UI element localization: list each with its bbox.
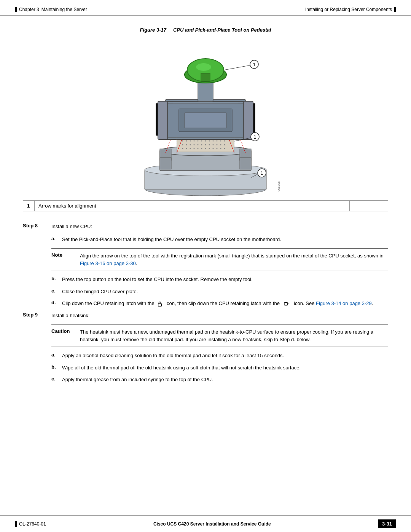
table-cell-empty bbox=[350, 201, 388, 211]
footer-center: Cisco UCS C420 Server Installation and S… bbox=[153, 521, 271, 527]
note-box: Note Align the arrow on the top of the t… bbox=[51, 248, 388, 270]
section-title: Installing or Replacing Server Component… bbox=[305, 7, 392, 12]
svg-point-19 bbox=[217, 141, 218, 142]
note-text: Align the arrow on the top of the tool w… bbox=[80, 253, 384, 259]
step8b-label: b. bbox=[51, 276, 58, 283]
step8-content: Install a new CPU: bbox=[51, 223, 388, 230]
step8d-content: Clip down the CPU retaining latch with t… bbox=[62, 300, 388, 307]
plug-icon bbox=[283, 301, 291, 307]
svg-point-26 bbox=[198, 144, 199, 145]
step9a-item: a. Apply an alcohol-based cleaning solut… bbox=[51, 352, 388, 359]
svg-text:1: 1 bbox=[261, 171, 263, 176]
svg-point-30 bbox=[213, 144, 214, 145]
step9b-item: b. Wipe all of the old thermal pad off t… bbox=[51, 364, 388, 372]
note-label: Note bbox=[51, 252, 72, 258]
step8d-row: d. Clip down the CPU retaining latch wit… bbox=[51, 300, 388, 307]
figure-container: 1 1 1 333396 bbox=[23, 40, 388, 200]
svg-point-12 bbox=[190, 141, 191, 142]
step9-intro: Install a heatsink: bbox=[51, 312, 388, 320]
caution-label: Caution bbox=[51, 328, 72, 334]
svg-point-34 bbox=[182, 148, 183, 149]
svg-point-14 bbox=[198, 141, 199, 142]
header-bar-right bbox=[394, 7, 396, 12]
step8d-link[interactable]: Figure 3-14 on page 3-29 bbox=[316, 300, 372, 306]
header-bar-left bbox=[15, 7, 17, 12]
svg-point-22 bbox=[182, 144, 183, 145]
note-content: Align the arrow on the top of the tool w… bbox=[80, 252, 388, 267]
step9c-item: c. Apply thermal grease from an included… bbox=[51, 376, 388, 383]
step8a-row: a. Set the Pick-and-Place tool that is h… bbox=[51, 236, 388, 243]
svg-point-63 bbox=[196, 63, 211, 71]
step8c-content: Close the hinged CPU cover plate. bbox=[62, 288, 388, 296]
svg-point-11 bbox=[186, 141, 187, 142]
step9c-row: c. Apply thermal grease from an included… bbox=[51, 376, 388, 383]
svg-point-23 bbox=[186, 144, 187, 145]
step8d-text-before: Clip down the CPU retaining latch with t… bbox=[62, 300, 155, 306]
step8d-text-after: icon. See bbox=[294, 300, 316, 306]
table-cell-text: Arrow marks for alignment bbox=[35, 201, 350, 211]
step8b-row: b. Press the top button on the tool to s… bbox=[51, 276, 388, 283]
step9a-label: a. bbox=[51, 352, 58, 359]
chapter-label: Chapter 3 bbox=[19, 7, 39, 12]
note-container: Note Align the arrow on the top of the t… bbox=[51, 248, 388, 270]
svg-point-21 bbox=[224, 141, 225, 142]
step9-content: Install a heatsink: bbox=[51, 312, 388, 320]
caution-box: Caution The heatsink must have a new, un… bbox=[51, 324, 388, 347]
doc-number: OL-27640-01 bbox=[19, 521, 46, 527]
guide-title: Cisco UCS C420 Server Installation and S… bbox=[153, 521, 271, 527]
step9a-row: a. Apply an alcohol-based cleaning solut… bbox=[51, 352, 388, 359]
svg-point-18 bbox=[213, 141, 214, 142]
svg-rect-77 bbox=[158, 304, 162, 306]
svg-point-16 bbox=[205, 141, 206, 142]
svg-point-28 bbox=[205, 144, 206, 145]
svg-line-65 bbox=[224, 65, 251, 70]
table-row: 1 Arrow marks for alignment bbox=[23, 201, 388, 211]
svg-point-20 bbox=[220, 141, 221, 142]
svg-text:1: 1 bbox=[253, 62, 256, 67]
svg-point-33 bbox=[224, 144, 225, 145]
step9b-content: Wipe all of the old thermal pad off the … bbox=[62, 364, 388, 372]
footer-bar bbox=[15, 521, 17, 527]
figure-number: Figure 3-17 bbox=[140, 27, 166, 33]
svg-rect-8 bbox=[240, 158, 251, 169]
svg-point-10 bbox=[182, 141, 183, 142]
page-footer: OL-27640-01 Cisco UCS C420 Server Instal… bbox=[0, 515, 411, 532]
header-left: Chapter 3 Maintaining the Server bbox=[15, 7, 87, 12]
svg-point-17 bbox=[209, 141, 210, 142]
svg-point-31 bbox=[217, 144, 218, 145]
step8a-item: a. Set the Pick-and-Place tool that is h… bbox=[51, 236, 388, 243]
svg-point-42 bbox=[213, 148, 214, 149]
svg-point-38 bbox=[198, 148, 199, 149]
step8a-content: Set the Pick-and-Place tool that is hold… bbox=[62, 236, 388, 243]
chapter-title: Maintaining the Server bbox=[41, 7, 87, 12]
svg-rect-78 bbox=[284, 302, 288, 305]
step9b-label: b. bbox=[51, 364, 58, 372]
svg-rect-64 bbox=[201, 73, 210, 81]
diagram: 1 1 1 333396 bbox=[107, 40, 304, 200]
svg-text:333396: 333396 bbox=[277, 181, 280, 192]
note-link[interactable]: Figure 3-16 on page 3-30 bbox=[80, 260, 136, 266]
main-content: Figure 3-17 CPU and Pick-and-Place Tool … bbox=[0, 16, 411, 411]
svg-point-45 bbox=[224, 148, 225, 149]
step9c-content: Apply thermal grease from an included sy… bbox=[62, 376, 388, 383]
svg-point-39 bbox=[201, 148, 202, 149]
svg-rect-57 bbox=[244, 101, 253, 139]
step8d-text-end: . bbox=[372, 300, 373, 306]
footer-left: OL-27640-01 bbox=[15, 521, 46, 527]
step8d-item: d. Clip down the CPU retaining latch wit… bbox=[51, 300, 388, 307]
step8b-content: Press the top button on the tool to set … bbox=[62, 276, 388, 283]
note-text-after: . bbox=[136, 260, 137, 266]
step9-row: Step 9 Install a heatsink: bbox=[23, 312, 388, 320]
figure-title: Figure 3-17 CPU and Pick-and-Place Tool … bbox=[23, 27, 388, 33]
step9a-content: Apply an alcohol-based cleaning solution… bbox=[62, 352, 388, 359]
step8-intro: Install a new CPU: bbox=[51, 223, 388, 230]
svg-point-32 bbox=[220, 144, 221, 145]
svg-point-15 bbox=[201, 141, 202, 142]
step8d-label: d. bbox=[51, 300, 58, 307]
step9c-label: c. bbox=[51, 376, 58, 383]
svg-point-24 bbox=[190, 144, 191, 145]
svg-rect-59 bbox=[185, 113, 226, 128]
svg-point-27 bbox=[201, 144, 202, 145]
caution-container: Caution The heatsink must have a new, un… bbox=[51, 324, 388, 347]
caution-content: The heatsink must have a new, undamaged … bbox=[80, 328, 388, 343]
